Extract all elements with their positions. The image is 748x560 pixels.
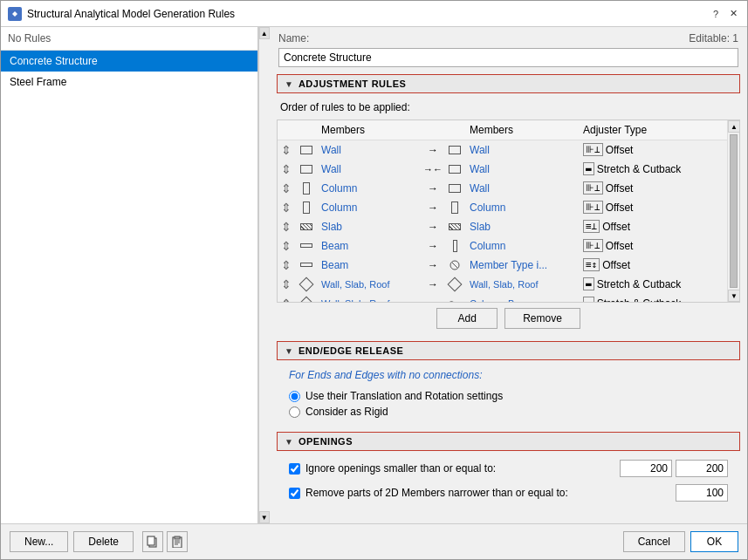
arrow-7: →	[422, 259, 443, 271]
from-member-1[interactable]: Wall	[318, 142, 422, 158]
adjuster-icon-9: ▬	[583, 297, 594, 302]
to-member-2[interactable]: Wall	[466, 161, 580, 177]
adjuster-8: ▬ Stretch & Cutback	[580, 276, 702, 292]
table-row[interactable]: ⇕ Wall → Wall ⊪⊥ Offset	[278, 140, 727, 160]
to-member-7[interactable]: Member Type i...	[466, 257, 580, 273]
from-member-2[interactable]: Wall	[318, 161, 422, 177]
table-row[interactable]: ⇕ Wall, Slab, Roof → Column, Beam	[278, 294, 727, 302]
scroll-up-btn[interactable]: ▲	[259, 27, 270, 39]
from-member-6[interactable]: Beam	[318, 238, 422, 254]
from-member-8[interactable]: Wall, Slab, Roof	[318, 277, 422, 291]
opening-value-width-2[interactable]	[676, 484, 728, 502]
col-members1: Members	[318, 122, 422, 138]
shape-to-6	[443, 240, 466, 252]
to-member-8[interactable]: Wall, Slab, Roof	[466, 277, 580, 291]
end-edge-title: END/EDGE RELEASE	[299, 345, 403, 356]
close-button[interactable]: ✕	[726, 7, 740, 21]
copy-button[interactable]	[142, 531, 163, 552]
delete-button[interactable]: Delete	[73, 531, 134, 552]
right-panel: Name: Editable: 1 ▼ ADJUSTMENT RULES Ord…	[270, 27, 747, 523]
move-icon[interactable]: ⇕	[278, 181, 295, 195]
shape-to-4	[443, 201, 466, 214]
table-row[interactable]: ⇕ Column → Wall ⊪⊥ Offset	[278, 179, 727, 198]
adjustment-rules-header[interactable]: ▼ ADJUSTMENT RULES	[277, 74, 740, 93]
ignore-openings-checkbox[interactable]	[289, 463, 300, 475]
move-icon[interactable]: ⇕	[278, 277, 295, 291]
add-button[interactable]: Add	[436, 308, 498, 329]
left-panel-list: Concrete Structure Steel Frame	[1, 51, 257, 523]
rules-table: Members Members Adjuster Type ⇕	[278, 120, 727, 302]
shape-from-8	[295, 279, 318, 290]
table-row[interactable]: ⇕ Column → Column ⊪⊥ Offset	[278, 198, 727, 217]
to-member-5[interactable]: Slab	[466, 219, 580, 235]
shape-to-8	[443, 279, 466, 290]
to-member-3[interactable]: Wall	[466, 181, 580, 196]
openings-header[interactable]: ▼ OPENINGS	[277, 432, 740, 451]
radio-use-translation-input[interactable]	[289, 391, 300, 402]
to-member-6[interactable]: Column	[466, 238, 580, 254]
table-row[interactable]: ⇕ Beam → Member Type i... ≡↕	[278, 256, 727, 275]
table-scroll-down-btn[interactable]: ▼	[728, 290, 740, 302]
shape-to-9	[443, 300, 466, 303]
name-input[interactable]	[278, 48, 738, 67]
opening-inputs-1	[620, 460, 728, 477]
move-icon[interactable]: ⇕	[278, 162, 295, 176]
list-item-steel[interactable]: Steel Frame	[1, 72, 257, 92]
openings-body: Ignore openings smaller than or equal to…	[270, 453, 747, 509]
shape-from-2	[295, 165, 318, 174]
opening-value-height[interactable]	[676, 460, 728, 477]
move-icon[interactable]: ⇕	[278, 297, 295, 303]
end-edge-header[interactable]: ▼ END/EDGE RELEASE	[277, 341, 740, 360]
from-member-3[interactable]: Column	[318, 181, 422, 196]
left-panel-scrollbar[interactable]: ▲ ▼	[258, 27, 270, 523]
scroll-down-btn[interactable]: ▼	[259, 511, 270, 523]
arrow-3: →	[422, 182, 443, 195]
radio-consider-rigid-input[interactable]	[289, 406, 300, 418]
from-member-4[interactable]: Column	[318, 200, 422, 215]
table-scroll-thumb[interactable]	[730, 134, 738, 288]
adjuster-5: ≡⊥ Offset	[580, 218, 702, 235]
opening-value-width[interactable]	[620, 460, 672, 477]
remove-button[interactable]: Remove	[504, 308, 580, 329]
help-button[interactable]: ?	[709, 7, 723, 21]
remove-parts-checkbox[interactable]	[289, 488, 300, 499]
ok-button[interactable]: OK	[690, 531, 738, 552]
new-button[interactable]: New...	[10, 531, 68, 552]
shape-from-5	[295, 223, 318, 230]
table-body: ⇕ Wall → Wall ⊪⊥ Offset	[278, 140, 727, 302]
shape-from-3	[295, 182, 318, 195]
arrow-4: →	[422, 201, 443, 214]
move-icon[interactable]: ⇕	[278, 258, 295, 272]
move-icon[interactable]: ⇕	[278, 201, 295, 215]
table-scrollbar[interactable]: ▲ ▼	[727, 120, 739, 302]
adjuster-icon-1: ⊪⊥	[583, 143, 603, 156]
name-label: Name:	[278, 32, 309, 44]
move-icon[interactable]: ⇕	[278, 239, 295, 253]
list-item-concrete[interactable]: Concrete Structure	[1, 51, 257, 72]
move-icon[interactable]: ⇕	[278, 143, 295, 157]
shape-to-3	[443, 184, 466, 193]
radio-use-translation: Use their Translation and Rotation setti…	[289, 390, 728, 402]
radio-consider-rigid-label: Consider as Rigid	[305, 406, 388, 418]
adjuster-label-7: Offset	[602, 259, 630, 271]
table-row[interactable]: ⇕ Slab → Slab	[278, 217, 727, 236]
from-member-7[interactable]: Beam	[318, 257, 422, 273]
adjustment-rules-body: Order of rules to be applied: Members Me…	[270, 95, 747, 338]
to-member-1[interactable]: Wall	[466, 142, 580, 158]
paste-button[interactable]	[167, 531, 188, 552]
shape-from-9	[295, 298, 318, 303]
col-adjuster: Adjuster Type	[580, 122, 702, 138]
to-member-4[interactable]: Column	[466, 200, 580, 215]
move-icon[interactable]: ⇕	[278, 220, 295, 234]
adjuster-icon-6: ⊪⊥	[583, 239, 603, 252]
table-scroll-up-btn[interactable]: ▲	[728, 120, 740, 133]
table-row[interactable]: ⇕ Wall, Slab, Roof → Wall, Slab, Roof	[278, 275, 727, 294]
table-row[interactable]: ⇕ Wall →← Wall ▬ Stretch & Cutback	[278, 160, 727, 179]
from-member-9[interactable]: Wall, Slab, Roof	[318, 297, 422, 303]
cancel-button[interactable]: Cancel	[623, 531, 685, 552]
col-icon1	[295, 122, 318, 138]
to-member-9[interactable]: Column, Beam	[466, 297, 580, 303]
table-row[interactable]: ⇕ Beam → Column ⊪⊥ Offset	[278, 236, 727, 256]
add-remove-row: Add Remove	[270, 303, 747, 334]
from-member-5[interactable]: Slab	[318, 219, 422, 235]
